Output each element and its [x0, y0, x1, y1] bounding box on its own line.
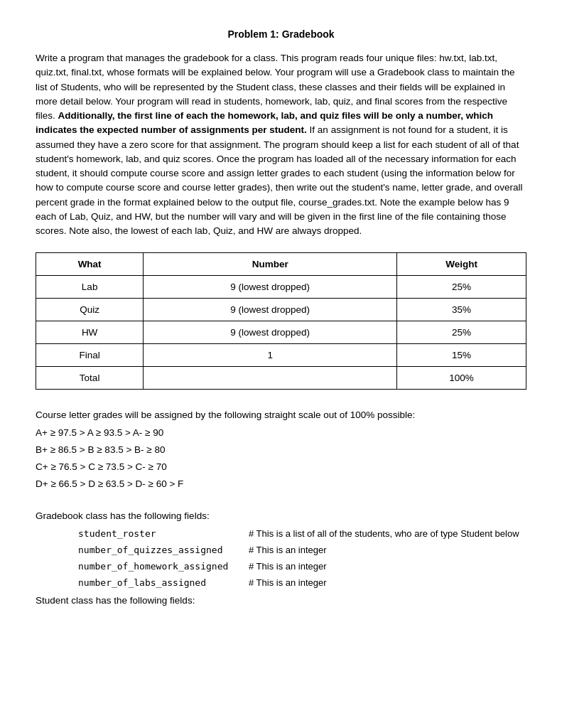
grade-scale-title: Course letter grades will be assigned by…: [36, 407, 526, 424]
table-cell: 35%: [397, 299, 526, 321]
table-row: Final115%: [36, 344, 526, 367]
gradebook-section: Gradebook class has the following fields…: [36, 510, 526, 588]
field-name: number_of_quizzes_assigned: [78, 545, 249, 555]
field-comment: # This is a list of all of the students,…: [249, 528, 519, 539]
table-cell: 9 (lowest dropped): [144, 299, 397, 321]
table-header-number: Number: [144, 253, 397, 276]
page-title: Problem 1: Gradebook: [36, 28, 526, 40]
table-row: Quiz9 (lowest dropped)35%: [36, 299, 526, 321]
grade-scale-line: D+ ≥ 66.5 > D ≥ 63.5 > D- ≥ 60 > F: [36, 476, 526, 493]
table-cell: Final: [36, 344, 144, 367]
table-cell: Quiz: [36, 299, 144, 321]
grade-scale-line: C+ ≥ 76.5 > C ≥ 73.5 > C- ≥ 70: [36, 459, 526, 476]
table-cell: 9 (lowest dropped): [144, 321, 397, 344]
table-cell: Total: [36, 367, 144, 390]
grade-scale-section: Course letter grades will be assigned by…: [36, 407, 526, 493]
table-row: Lab9 (lowest dropped)25%: [36, 276, 526, 299]
table-cell: 25%: [397, 321, 526, 344]
field-row: number_of_quizzes_assigned# This is an i…: [36, 545, 526, 555]
table-cell: 15%: [397, 344, 526, 367]
field-comment: # This is an integer: [249, 561, 327, 572]
grade-table: What Number Weight Lab9 (lowest dropped)…: [36, 252, 526, 390]
table-row: Total100%: [36, 367, 526, 390]
table-cell: [144, 367, 397, 390]
table-row: HW9 (lowest dropped)25%: [36, 321, 526, 344]
student-class-header: Student class has the following fields:: [36, 595, 526, 606]
table-cell: 1: [144, 344, 397, 367]
field-comment: # This is an integer: [249, 577, 327, 588]
gradebook-header: Gradebook class has the following fields…: [36, 510, 526, 521]
field-name: student_roster: [78, 528, 249, 539]
table-cell: HW: [36, 321, 144, 344]
table-header-weight: Weight: [397, 253, 526, 276]
table-header-what: What: [36, 253, 144, 276]
field-name: number_of_homework_assigned: [78, 561, 249, 572]
intro-part2-text: If an assignment is not found for a stud…: [36, 124, 522, 236]
table-cell: Lab: [36, 276, 144, 299]
table-cell: 25%: [397, 276, 526, 299]
grade-scale-line: A+ ≥ 97.5 > A ≥ 93.5 > A- ≥ 90: [36, 424, 526, 441]
table-cell: 100%: [397, 367, 526, 390]
intro-paragraph: Write a program that manages the gradebo…: [36, 51, 526, 238]
field-name: number_of_labs_assigned: [78, 577, 249, 588]
field-row: number_of_labs_assigned# This is an inte…: [36, 577, 526, 588]
field-comment: # This is an integer: [249, 545, 327, 555]
field-row: number_of_homework_assigned# This is an …: [36, 561, 526, 572]
field-row: student_roster# This is a list of all of…: [36, 528, 526, 539]
table-cell: 9 (lowest dropped): [144, 276, 397, 299]
grade-scale-line: B+ ≥ 86.5 > B ≥ 83.5 > B- ≥ 80: [36, 441, 526, 459]
